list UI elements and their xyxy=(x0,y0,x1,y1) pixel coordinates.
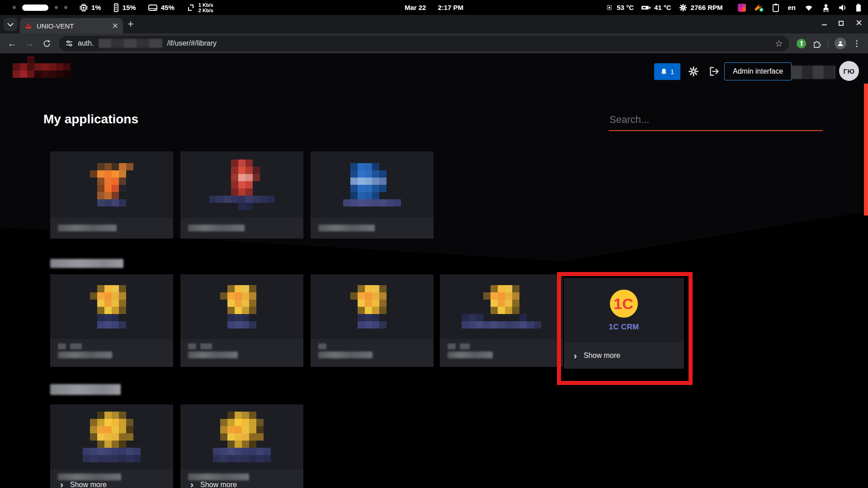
url-prefix: auth. xyxy=(78,39,94,47)
workspace-dot xyxy=(13,6,16,9)
workspace-dot xyxy=(55,6,58,9)
memory-value: 15% xyxy=(123,4,136,11)
bookmark-star-icon[interactable]: ☆ xyxy=(775,38,783,49)
window-close-button[interactable]: ✕ xyxy=(855,20,863,26)
sign-out-icon[interactable] xyxy=(709,66,720,76)
show-more-label: Show more xyxy=(70,481,107,488)
browser-menu-icon[interactable]: ⋮ xyxy=(853,38,861,48)
clock[interactable]: Mar 22 2:17 PM xyxy=(405,0,463,15)
blurred-app-logo xyxy=(350,285,394,328)
app-card[interactable] xyxy=(50,151,173,239)
tab-search-button[interactable] xyxy=(4,18,17,31)
user-avatar[interactable]: ГЮ xyxy=(839,61,859,81)
url-path: /if/user/#/library xyxy=(167,39,217,47)
app-card[interactable] xyxy=(180,274,303,367)
page-header: 1 Admin interface ГЮ xyxy=(0,53,868,89)
keyboard-layout[interactable]: en xyxy=(788,4,796,11)
browser-tab-strip: UNIO-VENT ✕ + ✕ xyxy=(0,15,868,33)
disk-value: 45% xyxy=(161,4,175,11)
screen-lock-icon[interactable] xyxy=(822,3,830,12)
app-name-redacted xyxy=(58,352,112,358)
site-settings-icon[interactable] xyxy=(65,39,73,47)
disk-icon xyxy=(148,3,158,12)
browser-tab[interactable]: UNIO-VENT ✕ xyxy=(20,18,123,33)
battery-icon[interactable] xyxy=(855,3,862,12)
app-card[interactable] xyxy=(311,151,434,239)
time-value: 2:17 PM xyxy=(438,4,463,11)
volume-icon[interactable] xyxy=(838,4,847,12)
extension-icon-green[interactable] xyxy=(797,39,806,48)
gpu-temp-value: 41 °C xyxy=(654,4,671,11)
reload-button[interactable] xyxy=(39,36,54,51)
network-traffic-icon xyxy=(186,3,195,12)
show-more-expander[interactable]: › Show more xyxy=(60,480,107,488)
clipboard-icon[interactable] xyxy=(772,3,779,12)
app-card[interactable] xyxy=(440,274,563,367)
blurred-app-logo xyxy=(209,160,274,210)
tab-title: UNIO-VENT xyxy=(37,22,108,30)
fan-icon xyxy=(679,3,688,12)
back-button[interactable]: ← xyxy=(5,36,20,51)
blurred-app-logo xyxy=(220,285,264,328)
show-more-label: Show more xyxy=(584,352,620,360)
network-indicator: 1 Kb/s 2 Kb/s xyxy=(186,2,213,13)
app-name-redacted xyxy=(460,343,470,349)
app-name-redacted xyxy=(200,343,212,349)
app-card-1c-crm[interactable]: 1C 1C CRM › Show more xyxy=(564,278,684,369)
show-more-expander[interactable]: › Show more xyxy=(190,480,237,488)
net-up-value: 1 Kb/s xyxy=(198,2,213,8)
gpu-icon xyxy=(641,5,651,11)
blurred-app-logo xyxy=(462,285,541,328)
svg-text:1C: 1C xyxy=(613,295,633,312)
tab-close-icon[interactable]: ✕ xyxy=(112,22,118,30)
app-name-redacted xyxy=(448,352,493,358)
extensions-puzzle-icon[interactable] xyxy=(812,39,821,48)
disk-indicator: 45% xyxy=(148,3,175,12)
url-redacted-segment xyxy=(99,39,163,48)
browser-profile-avatar[interactable] xyxy=(835,38,846,49)
admin-interface-button[interactable]: Admin interface xyxy=(724,62,792,80)
date-value: Mar 22 xyxy=(405,4,426,11)
show-more-label: Show more xyxy=(200,481,237,488)
cpu-temp-value: 53 °C xyxy=(617,4,634,11)
window-maximize-button[interactable] xyxy=(839,21,844,26)
settings-gear-icon[interactable] xyxy=(688,66,699,77)
memory-icon xyxy=(113,3,119,12)
app-card[interactable] xyxy=(311,274,434,367)
notification-count: 1 xyxy=(670,68,674,75)
workspace-dot xyxy=(64,6,67,9)
section-label-redacted xyxy=(50,384,121,395)
new-tab-button[interactable]: + xyxy=(127,18,134,30)
blurred-app-logo xyxy=(75,412,148,462)
page-title: My applications xyxy=(43,112,138,127)
address-bar[interactable]: auth. /if/user/#/library ☆ xyxy=(59,36,789,51)
section-label-redacted xyxy=(50,259,123,268)
show-more-expander[interactable]: › Show more xyxy=(574,351,620,361)
fan-speed-value: 2766 RPM xyxy=(691,4,723,11)
cpu-load-value: 1% xyxy=(91,4,101,11)
workspace-indicator[interactable] xyxy=(0,5,67,11)
tray-app-icon-pink[interactable] xyxy=(738,4,746,12)
app-card[interactable]: › Show more xyxy=(50,404,173,488)
app-card[interactable] xyxy=(50,274,173,367)
memory-indicator: 15% xyxy=(113,3,136,12)
app-card[interactable]: › Show more xyxy=(180,404,303,488)
app-card[interactable] xyxy=(180,151,303,239)
notifications-button[interactable]: 1 xyxy=(654,63,680,80)
wifi-icon[interactable] xyxy=(804,4,814,12)
app-link-1c-crm[interactable]: 1C CRM xyxy=(609,323,639,332)
scrollbar-marker[interactable] xyxy=(864,84,868,216)
search-input[interactable] xyxy=(609,111,823,131)
window-minimize-button[interactable] xyxy=(822,24,827,25)
blurred-app-logo xyxy=(90,163,133,206)
authentik-library-page: 1 Admin interface ГЮ My applications xyxy=(0,53,868,488)
app-name-redacted xyxy=(58,343,66,349)
app-name-redacted xyxy=(188,474,249,480)
app-name-redacted xyxy=(58,474,121,480)
forward-button[interactable]: → xyxy=(22,36,37,51)
workspace-pill xyxy=(22,5,48,11)
cpu-load-indicator: 1% xyxy=(79,3,101,12)
screen: 1% 15% 45% 1 Kb/s 2 Kb/s Mar 22 2:17 xyxy=(0,0,868,488)
tray-app-icon-orange[interactable] xyxy=(754,3,764,12)
fan-indicator: 2766 RPM xyxy=(679,3,723,12)
